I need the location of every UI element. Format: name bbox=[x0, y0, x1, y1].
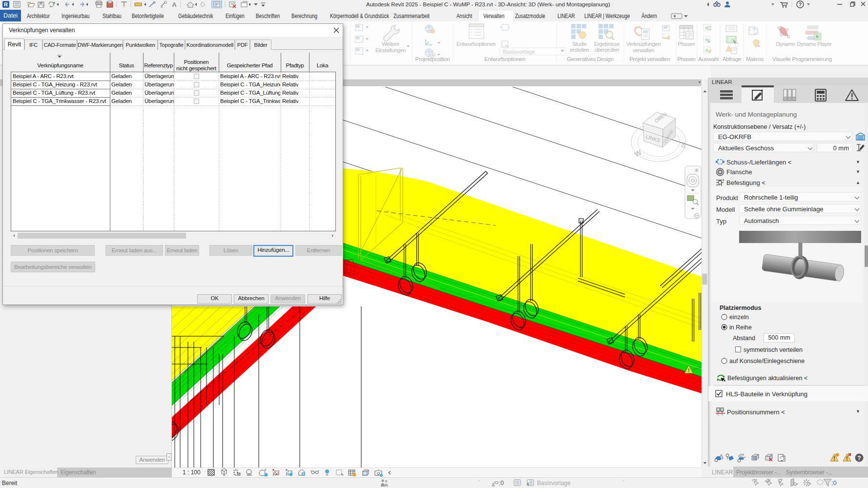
svg-text:?: ? bbox=[799, 2, 802, 7]
svg-text:Visuelle Programmierung: Visuelle Programmierung bbox=[772, 56, 832, 62]
svg-text:W: W bbox=[633, 148, 643, 159]
svg-text:A: A bbox=[172, 1, 177, 8]
svg-text:Auswahl: Auswahl bbox=[698, 56, 718, 62]
svg-text:R: R bbox=[4, 1, 8, 7]
svg-text:Basisvorlage: Basisvorlage bbox=[503, 49, 535, 55]
svg-text:Projekt verwalten: Projekt verwalten bbox=[629, 56, 670, 62]
svg-text:?: ? bbox=[857, 455, 861, 462]
svg-text:Verknüpfungen: Verknüpfungen bbox=[626, 41, 661, 47]
svg-text:Ergebnisse: Ergebnisse bbox=[594, 41, 620, 47]
svg-text:!: ! bbox=[688, 368, 689, 373]
svg-text:Phasen: Phasen bbox=[677, 56, 695, 62]
svg-text:Entwurfsoptionen: Entwurfsoptionen bbox=[456, 41, 496, 47]
svg-text:Einstellungen: Einstellungen bbox=[375, 47, 406, 53]
svg-text:Entwurfsoptionen: Entwurfsoptionen bbox=[484, 56, 525, 62]
svg-text:Studie: Studie bbox=[572, 41, 587, 47]
svg-text:Abfrage: Abfrage bbox=[723, 56, 741, 62]
svg-text:verwalten: verwalten bbox=[633, 47, 655, 53]
svg-text:Weitere: Weitere bbox=[382, 41, 399, 47]
svg-text:2: 2 bbox=[722, 408, 723, 411]
svg-text:Phasen: Phasen bbox=[678, 41, 695, 47]
svg-text:überprüfen: überprüfen bbox=[595, 47, 619, 53]
svg-text:Generatives Design: Generatives Design bbox=[567, 56, 614, 62]
svg-text:erstellen: erstellen bbox=[570, 47, 589, 53]
svg-text:Dynamo Player: Dynamo Player bbox=[797, 41, 832, 47]
svg-text:.0: .0 bbox=[160, 5, 163, 8]
svg-text:1: 1 bbox=[717, 408, 719, 411]
svg-text:Dynamo: Dynamo bbox=[776, 41, 795, 47]
svg-text:Makros: Makros bbox=[746, 56, 764, 62]
